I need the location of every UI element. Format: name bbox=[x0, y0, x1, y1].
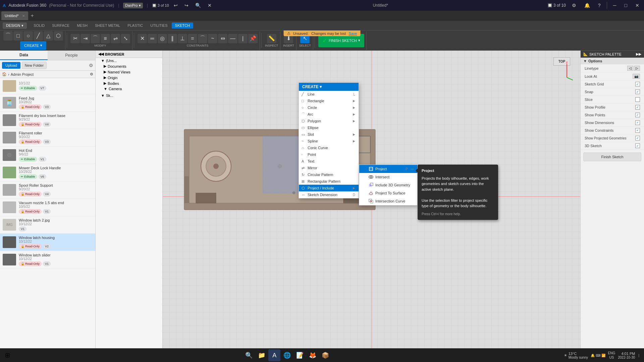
file-item-8[interactable]: IMG Window latch 2.jpg 10/12/22 V1 bbox=[0, 216, 95, 234]
equal-constraint[interactable]: = bbox=[188, 34, 197, 43]
smooth-constraint[interactable]: ~ bbox=[208, 34, 217, 43]
cm-item-circle[interactable]: ○ Circle bbox=[299, 104, 359, 111]
psm-item-intersect[interactable]: Intersect bbox=[359, 173, 417, 181]
taskbar-notes[interactable]: 📝 bbox=[294, 349, 306, 361]
cm-item-circular[interactable]: ↻ Circular Pattern bbox=[299, 171, 359, 178]
canvas-area[interactable]: TOP Z Y bbox=[163, 51, 580, 348]
browser-item-bodies[interactable]: ▶ Bodies bbox=[96, 80, 162, 86]
cm-item-sketch-dim[interactable]: ↔ Sketch Dimension D bbox=[299, 191, 359, 198]
tab-plastic[interactable]: PLASTIC bbox=[124, 22, 146, 28]
tab-utilities[interactable]: UTILITIES bbox=[147, 22, 171, 28]
cm-item-point[interactable]: · Point bbox=[299, 151, 359, 158]
file-item-10[interactable]: Window latch slider 10/12/22 🔒 Read-Only… bbox=[0, 251, 95, 268]
help-button[interactable]: ? bbox=[596, 2, 603, 9]
mirror-tool2[interactable]: ⇌ bbox=[111, 34, 120, 43]
concentric-constraint[interactable]: ◎ bbox=[158, 34, 167, 43]
cm-item-polygon[interactable]: ⬡ Polygon bbox=[299, 118, 359, 124]
tri-tool[interactable]: △ bbox=[44, 31, 53, 41]
linetype-left-btn[interactable]: ◁ bbox=[627, 66, 633, 71]
cm-item-text[interactable]: A Text bbox=[299, 158, 359, 165]
tab-surface[interactable]: SURFACE bbox=[49, 22, 73, 28]
search-button[interactable]: 🔍 bbox=[193, 2, 203, 9]
lookat-btn[interactable]: 📷 bbox=[633, 74, 640, 79]
people-tab[interactable]: People bbox=[48, 51, 95, 60]
vertical-constraint[interactable]: | bbox=[238, 34, 248, 43]
browser-item-documents[interactable]: ▶ Documents bbox=[96, 63, 162, 69]
browser-collapse-icon[interactable]: ◀◀ bbox=[98, 52, 104, 56]
maximize-button[interactable]: □ bbox=[623, 2, 629, 9]
cm-item-line[interactable]: ╱ Line L bbox=[299, 91, 359, 98]
redo-button[interactable]: ↪ bbox=[182, 2, 191, 9]
file-item-3[interactable]: Filament roller 9/20/22 🔒 Read-Only V3 bbox=[0, 129, 95, 146]
undo-button[interactable]: ↩ bbox=[172, 2, 180, 9]
sp-check-showprojected[interactable] bbox=[635, 136, 640, 140]
line-tool[interactable]: ╱ bbox=[34, 31, 43, 41]
browser-item-origin[interactable]: ▶ Origin bbox=[96, 75, 162, 80]
psm-item-project[interactable]: Project P ⋯ bbox=[359, 165, 417, 173]
file-item-0[interactable]: 10/1/22 ✏ Editable V7 bbox=[0, 78, 95, 94]
taskbar-app2[interactable]: 📦 bbox=[319, 349, 331, 361]
psm-item-projectsurface[interactable]: Project To Surface bbox=[359, 189, 417, 197]
collinear-constraint[interactable]: ═ bbox=[148, 34, 157, 43]
horizontal-constraint[interactable]: — bbox=[228, 34, 237, 43]
perpendicular-constraint[interactable]: ⊥ bbox=[178, 34, 187, 43]
file-item-6[interactable]: Spool Roller Support 9/20/22 🔒 Read-Only… bbox=[0, 181, 95, 199]
poly-tool[interactable]: ⬡ bbox=[54, 31, 63, 41]
tab-mesh[interactable]: MESH bbox=[73, 22, 91, 28]
browser-item-unsaved[interactable]: ▼ (Uns... bbox=[96, 58, 162, 63]
sp-check-3dsketch[interactable] bbox=[635, 143, 640, 148]
settings-button[interactable]: ⚙ bbox=[570, 2, 578, 9]
tab-sketch[interactable]: SKETCH bbox=[172, 22, 194, 28]
cm-item-mirror[interactable]: ⇌ Mirror bbox=[299, 165, 359, 171]
linetype-right-btn[interactable]: ▷ bbox=[634, 66, 640, 71]
file-item-2[interactable]: Filament dry box Insert base 9/29/22 🔒 R… bbox=[0, 112, 95, 129]
sp-check-showdims[interactable] bbox=[635, 120, 640, 125]
coincident-constraint[interactable]: ✕ bbox=[138, 34, 147, 43]
file-item-4[interactable]: ⚙ Hot End 9/6/22 ✏ Editable V1 bbox=[0, 146, 95, 164]
cm-item-rectangular[interactable]: ⊞ Rectangular Pattern bbox=[299, 178, 359, 185]
taskbar-search[interactable]: 🔍 bbox=[243, 349, 255, 361]
cm-item-spline[interactable]: ~ Spline bbox=[299, 138, 359, 144]
tab-sheet-metal[interactable]: SHEET METAL bbox=[92, 22, 123, 28]
psm-more-icon[interactable]: ⋯ bbox=[411, 167, 414, 171]
upload-button[interactable]: Upload bbox=[2, 62, 20, 69]
taskbar-app1[interactable]: A bbox=[268, 349, 280, 361]
file-item-7[interactable]: Vacuum nozzle 1.5 abs end 10/5/22 🔒 Read… bbox=[0, 199, 95, 216]
close-button[interactable]: ✕ bbox=[633, 2, 641, 9]
new-folder-button[interactable]: New Folder bbox=[22, 62, 47, 69]
file-item-5[interactable]: Mower Deck Lock Handle 10/29/22 ✏ Editab… bbox=[0, 164, 95, 181]
sp-options-header[interactable]: ▼ Options bbox=[581, 58, 644, 64]
extend-tool[interactable]: ⇥ bbox=[80, 34, 90, 43]
create-menu-header[interactable]: CREATE ▾ bbox=[299, 83, 359, 91]
show-desktop-btn[interactable]: | bbox=[638, 354, 640, 357]
rect-tool[interactable]: □ bbox=[13, 31, 23, 41]
file-item-9[interactable]: Window latch housing 10/12/22 🔒 Read-Onl… bbox=[0, 234, 95, 251]
sp-check-showprofile[interactable] bbox=[635, 105, 640, 110]
new-tab-button[interactable]: + bbox=[29, 13, 36, 19]
sp-check-slice[interactable] bbox=[635, 97, 640, 102]
save-link[interactable]: Save bbox=[348, 32, 357, 36]
project-settings-icon[interactable]: ⚙ bbox=[90, 72, 93, 76]
browser-item-named-views[interactable]: ▶ Named Views bbox=[96, 69, 162, 75]
taskbar-firefox[interactable]: 🦊 bbox=[307, 349, 319, 361]
trim-tool[interactable]: ✂ bbox=[70, 34, 80, 43]
offset-tool[interactable]: ≡ bbox=[101, 34, 110, 43]
psm-item-include3d[interactable]: Include 3D Geometry bbox=[359, 181, 417, 189]
psm-item-intersectioncurve[interactable]: Intersection Curve bbox=[359, 197, 417, 205]
fillet-tool[interactable]: ⌒ bbox=[91, 34, 100, 43]
sp-collapse[interactable]: ▶▶ bbox=[636, 52, 641, 56]
cm-item-rectangle[interactable]: □ Rectangle bbox=[299, 98, 359, 104]
taskbar-explorer[interactable]: 📁 bbox=[256, 349, 268, 361]
taskbar-browser[interactable]: 🌐 bbox=[281, 349, 293, 361]
sp-check-showpoints[interactable] bbox=[635, 113, 640, 117]
fix-constraint[interactable]: 📌 bbox=[248, 34, 258, 43]
tangent-constraint[interactable]: ⌒ bbox=[198, 34, 207, 43]
design-dropdown[interactable]: DESIGN ▾ bbox=[3, 22, 27, 29]
browser-sketch-group[interactable]: ▼ Sk... bbox=[96, 93, 162, 98]
cm-item-ellipse[interactable]: ⬭ Ellipse bbox=[299, 124, 359, 131]
circle-tool[interactable]: ○ bbox=[23, 31, 33, 41]
cm-item-project-include[interactable]: ⬡ Project / Include bbox=[299, 185, 359, 191]
cm-item-slot[interactable]: ▭ Slot bbox=[299, 131, 359, 138]
tab-untitled[interactable]: Untitled* ✕ bbox=[1, 11, 28, 20]
close-search[interactable]: ✕ bbox=[206, 2, 214, 9]
